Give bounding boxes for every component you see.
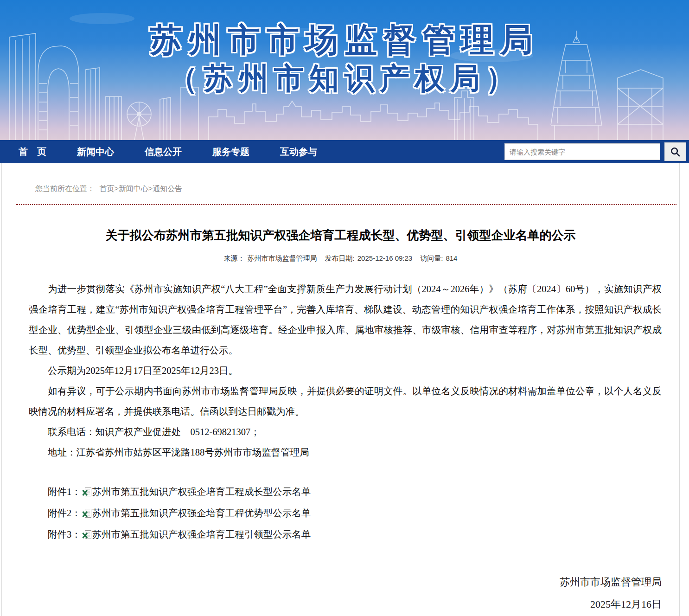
divider (16, 204, 676, 205)
attachment-label: 附件3： (48, 529, 81, 539)
search-button[interactable] (664, 142, 686, 161)
paragraph-address: 地址：江苏省苏州市姑苏区平泷路188号苏州市市场监督管理局 (29, 442, 662, 462)
attachment-label: 附件1： (48, 487, 81, 497)
site-title-line2: （苏州市知识产权局） (0, 59, 689, 97)
site-title: 苏州市市场监督管理局 （苏州市知识产权局） (0, 20, 689, 97)
breadcrumb-label: 您当前所在位置： (35, 185, 95, 192)
attachment-label: 附件2： (48, 508, 81, 518)
article-meta: 来源：苏州市市场监督管理局发布日期:2025-12-16 09:23访问量:81… (2, 254, 679, 263)
paragraph: 如有异议，可于公示期内书面向苏州市市场监督管理局反映，并提供必要的证明文件。以单… (29, 381, 662, 422)
excel-file-icon[interactable] (82, 484, 92, 503)
search-icon (670, 147, 681, 157)
attachment-row: 附件2：苏州市第五批知识产权强企培育工程优势型公示名单 (29, 503, 662, 525)
nav-item-info-disclosure[interactable]: 信息公开 (145, 146, 182, 158)
meta-source-label: 来源： (224, 254, 245, 262)
attachment-link-growth[interactable]: 苏州市第五批知识产权强企培育工程成长型公示名单 (92, 487, 311, 497)
page: 苏州市市场监督管理局 （苏州市知识产权局） 首 页 新闻中心 信息公开 服务专题… (0, 0, 689, 616)
signature-block: 苏州市市场监督管理局 2025年12月16日 (29, 571, 662, 616)
article-title: 关于拟公布苏州市第五批知识产权强企培育工程成长型、优势型、引领型企业名单的公示 (34, 227, 647, 243)
site-banner: 苏州市市场监督管理局 （苏州市知识产权局） (0, 0, 689, 140)
main-nav: 首 页 新闻中心 信息公开 服务专题 互动参与 (0, 140, 689, 163)
paragraph: 为进一步贯彻落实《苏州市实施知识产权“八大工程”全面支撑新质生产力发展行动计划（… (29, 279, 662, 360)
paragraph-contact-phone: 联系电话：知识产权产业促进处 0512-69821307； (29, 422, 662, 442)
search-input[interactable] (504, 143, 660, 160)
signature-date: 2025年12月16日 (29, 593, 662, 616)
meta-date-label: 发布日期: (325, 254, 355, 262)
paragraph: 公示期为2025年12月17日至2025年12月23日。 (29, 360, 662, 381)
breadcrumb-path[interactable]: 首页>新闻中心>通知公告 (99, 185, 182, 192)
attachment-row: 附件1：苏州市第五批知识产权强企培育工程成长型公示名单 (29, 482, 662, 503)
meta-date: 2025-12-16 09:23 (357, 254, 412, 262)
content-area: 您当前所在位置： 首页>新闻中心>通知公告 关于拟公布苏州市第五批知识产权强企培… (1, 163, 680, 616)
site-title-line1: 苏州市市场监督管理局 (0, 20, 689, 59)
meta-source: 苏州市市场监督管理局 (248, 254, 317, 262)
article-body: 为进一步贯彻落实《苏州市实施知识产权“八大工程”全面支撑新质生产力发展行动计划（… (29, 279, 662, 616)
attachment-row: 附件3：苏州市第五批知识产权强企培育工程引领型公示名单 (29, 525, 662, 546)
attachment-link-leading[interactable]: 苏州市第五批知识产权强企培育工程引领型公示名单 (92, 529, 311, 539)
excel-file-icon[interactable] (82, 526, 92, 546)
search-area (504, 140, 686, 163)
attachments-list: 附件1：苏州市第五批知识产权强企培育工程成长型公示名单 附件2：苏州市第五批知识… (29, 482, 662, 546)
attachment-link-advantage[interactable]: 苏州市第五批知识产权强企培育工程优势型公示名单 (92, 508, 311, 518)
nav-item-interaction[interactable]: 互动参与 (280, 146, 317, 158)
meta-views: 814 (446, 254, 457, 262)
breadcrumb: 您当前所在位置： 首页>新闻中心>通知公告 (2, 163, 679, 194)
signature-org: 苏州市市场监督管理局 (29, 571, 662, 593)
excel-file-icon[interactable] (82, 505, 92, 525)
meta-views-label: 访问量: (420, 254, 443, 262)
nav-item-home[interactable]: 首 页 (19, 146, 46, 158)
nav-item-news[interactable]: 新闻中心 (77, 146, 114, 158)
nav-item-service-topics[interactable]: 服务专题 (212, 146, 249, 158)
